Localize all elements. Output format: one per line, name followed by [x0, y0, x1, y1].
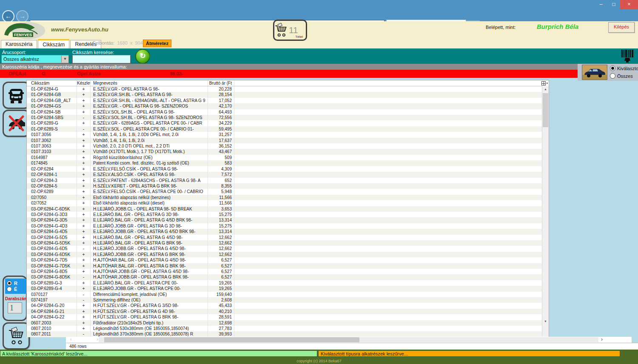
- table-row[interactable]: 01-OP.6289-S-E.SZÉLV.SOL - OPEL ASTRA CP…: [27, 126, 549, 132]
- cart-item-count: 11: [289, 26, 298, 34]
- table-row[interactable]: 02-OP.6284-1+E.SZÉLV.ALSÓ.CSÍK - OPEL AS…: [27, 172, 549, 177]
- table-row[interactable]: 0107.3056+Vízhűtő, 1.4i, 1.6i, 1.8i, 2.0…: [27, 132, 549, 137]
- table-cell: 40,210: [208, 309, 234, 314]
- table-row[interactable]: 03-OP.6284-G-3D3+E.LEJÁRÓ.BAL.GR - OPEL …: [27, 212, 549, 217]
- cart-unit-label: Tétel: [295, 35, 303, 39]
- table-row[interactable]: 01-OP.6284-GB_ALT+E.SZÉLV.GR.SH.BL - 628…: [27, 98, 549, 103]
- add-to-cart-button[interactable]: [3, 322, 30, 350]
- table-row[interactable]: 01-OP.6284-GS+E.SZÉLV.GR. - OPEL ASTRA G…: [27, 103, 549, 109]
- table-row[interactable]: 02/7052+Első lökhárító alapozás nélkül (…: [27, 200, 549, 206]
- table-row[interactable]: 03-OP.6284-G-7D5K+H.AJTÓHAR.BAL.GR - OPE…: [27, 263, 549, 269]
- horizontal-scrollbar[interactable]: [99, 337, 598, 342]
- table-row[interactable]: 03-OP.6284-G-7D5+H.AJTÓHAR.BAL.GR - OPEL…: [27, 257, 549, 263]
- header-brutto-ar[interactable]: Bruttó ár (Ft: [208, 80, 234, 86]
- minimize-button[interactable]: –: [595, 0, 607, 9]
- radio-selected-type[interactable]: [610, 65, 615, 71]
- table-cell: +: [77, 212, 91, 217]
- table-row[interactable]: 02-OP.6284+E.SZÉLV.FELSŐ.CSÍK - OPEL AST…: [27, 166, 549, 172]
- table-row[interactable]: 03-OP.6289-G-4+E.LEJÁRÓ.JOBB.GR - OPEL A…: [27, 286, 549, 291]
- vertical-scrollbar[interactable]: ▲ ▼: [542, 86, 549, 336]
- table-row[interactable]: 0807.2011-Légkondihűtő 370x380mm (OE 185…: [27, 331, 549, 337]
- product-group-select[interactable]: Összes alkatrész ▼: [1, 55, 69, 63]
- table-row[interactable]: 01-OP.6284-GB+E.SZÉLV.GR.SH.BL - OPEL AS…: [27, 92, 549, 97]
- table-cell: Patent Kombi csom. fed. díszléc. 01-ig s…: [91, 160, 208, 166]
- table-row[interactable]: 0164987+Rögzítő küszöbborításhoz (OE)509: [27, 155, 549, 160]
- table-row[interactable]: 03-OP.6284-G-8D5+H.AJTÓHAR.JOBB.GR - OPE…: [27, 269, 549, 274]
- table-row[interactable]: 03-OP.6284-G-6D5K+H.LEJÁRÓ.JOBB.GR - OPE…: [27, 252, 549, 257]
- table-row[interactable]: 03-OP.6284-G-4D5+E.LEJÁRÓ.JOBB.GR - OPEL…: [27, 229, 549, 234]
- table-row[interactable]: 02/7050+Első lökhárító alapozás nélkül (…: [27, 195, 549, 200]
- table-cell: +: [77, 309, 91, 314]
- table-row[interactable]: 02-OP.6289+E.SZÉLV.FELSŐ.CSÍK - OPEL AST…: [27, 189, 549, 194]
- page-tab-strip: Karosszéria Cikkszám Rendelés: [1, 40, 102, 48]
- header-keszlet[interactable]: Készlet: [77, 80, 91, 86]
- scroll-down-icon[interactable]: ▼: [542, 318, 549, 324]
- table-row[interactable]: 0607.2003+Fűtőradiátor (210x184x25 Delph…: [27, 320, 549, 326]
- vertical-scroll-thumb[interactable]: [543, 93, 548, 127]
- header-cikkszam[interactable]: Cikkszám: [27, 80, 77, 86]
- table-row[interactable]: 03-OP.6284-C-6D5K+H.LEJÁRÓ.JOBB.CL - OPE…: [27, 206, 549, 212]
- table-cell: E.SZÉLV.GR - OPEL ASTRA G 98-: [91, 86, 208, 92]
- forward-button[interactable]: →: [16, 10, 28, 23]
- table-row[interactable]: 03-OP.6289-G-3+E.LEJÁRÓ.BAL.GR - OPEL AS…: [27, 280, 549, 286]
- table-row[interactable]: 0374197-Szimmering diffihez (OE)2,608: [27, 297, 549, 303]
- logout-button[interactable]: Kilépés: [608, 22, 635, 33]
- table-cell: H.FŰT.SZÉLV.GR - OPEL ASTRA G BRK 98-: [91, 314, 208, 320]
- refresh-search-button[interactable]: ↻: [135, 49, 150, 64]
- radio-r[interactable]: [7, 281, 12, 286]
- table-row[interactable]: 0107.3103+Vízhűtő (X17DTL Motk.), 1.7 TD…: [27, 149, 549, 154]
- radio-e[interactable]: [7, 287, 12, 292]
- horizontal-scroll-thumb[interactable]: [104, 337, 359, 342]
- table-row[interactable]: 0370127-Differenciálmű komplett, jeladóv…: [27, 292, 549, 297]
- clear-body-filter-button[interactable]: [3, 110, 30, 137]
- table-row[interactable]: 0107.3062+Vízhűtő, 1.4i, 1.6i, 1.8i, 2.0…: [27, 138, 549, 143]
- table-cell: [234, 166, 549, 172]
- cart-summary-button[interactable]: 11 Tétel: [273, 20, 307, 41]
- table-row[interactable]: 0174845+Patent Kombi csom. fed. díszléc.…: [27, 160, 549, 166]
- table-cell: H.LEJÁRÓ.JOBB.GR - OPEL ASTRA G 4/5D 98-: [91, 246, 208, 251]
- page-prev-icon[interactable]: ‹: [70, 337, 72, 342]
- table-cell: 02/7052: [27, 200, 77, 206]
- resize-button[interactable]: Átméretez: [143, 40, 171, 47]
- table-cell: Első lökhárító alapozás nélkül (diesel): [91, 200, 208, 206]
- body-search-button[interactable]: [3, 82, 30, 109]
- table-row[interactable]: 01-OP.6289-G+E.SZÉLV.GR - 6289AGS - OPEL…: [27, 120, 549, 126]
- table-cell: 01-OP.6289-G: [27, 120, 77, 126]
- tab-karosszeria[interactable]: Karosszéria: [1, 40, 37, 48]
- column-picker-icon[interactable]: ▾: [541, 81, 548, 85]
- table-row[interactable]: 01-OP.6284-SB+E.SZÉLV.SOL.SH.BL - OPEL A…: [27, 109, 549, 115]
- select-dropdown-icon[interactable]: ▼: [61, 56, 68, 63]
- hscroll-right-icon[interactable]: ›: [601, 337, 603, 342]
- table-cell: Vízhűtő, 2.0, 2.0 DTi OPEL mot., 2.2 DTi: [91, 143, 208, 149]
- table-row[interactable]: 02-OP.6284-3+E.SZÉLV.PATENT - 6284ASCHS …: [27, 178, 549, 183]
- table-row[interactable]: 02-OP.6284-5+H.SZÉLV.KERET - OPEL ASTRA …: [27, 183, 549, 189]
- radio-all-types[interactable]: [610, 73, 615, 79]
- header-megnevezes[interactable]: Megnevezés: [91, 80, 208, 86]
- table-cell: E.LEJÁRÓ.JOBB.GR - OPEL ASTRA CPE 00-: [91, 286, 208, 291]
- page-next-icon[interactable]: ›: [97, 337, 98, 342]
- table-row[interactable]: 03-OP.6284-G-5D5K+H.LEJÁRÓ.BAL.GR - OPEL…: [27, 240, 549, 246]
- table-row[interactable]: 03-OP.6284-G-8D5K-H.AJTÓHAR.JOBB.GR - OP…: [27, 274, 549, 280]
- table-row[interactable]: 03-OP.6284-G-5D5+H.LEJÁRÓ.BAL.GR - OPEL …: [27, 235, 549, 240]
- barcode-scanner-icon[interactable]: [621, 49, 634, 65]
- table-row[interactable]: 04-OP.6284-G-22+H.FŰT.SZÉLV.GR - OPEL AS…: [27, 314, 549, 320]
- restore-button[interactable]: □: [607, 0, 620, 9]
- scroll-up-icon[interactable]: ▲: [542, 86, 549, 92]
- table-row[interactable]: 0807.2010+Légkondihűtő 530x380mm (OE 185…: [27, 326, 549, 331]
- table-row[interactable]: 01-OP.6284-SBS-E.SZÉLV.SOL.SH.BL - OPEL …: [27, 115, 549, 120]
- table-cell: E.SZÉLV.ALSÓ.CSÍK - OPEL ASTRA G 98-: [91, 172, 208, 177]
- part-number-search-input[interactable]: [72, 55, 131, 63]
- tab-cikkszam[interactable]: Cikkszám: [38, 39, 69, 49]
- table-row[interactable]: 0107.3063+Vízhűtő, 2.0, 2.0 DTi OPEL mot…: [27, 143, 549, 149]
- table-row[interactable]: 03-OP.6284-G-6D5-H.LEJÁRÓ.JOBB.GR - OPEL…: [27, 246, 549, 251]
- table-row[interactable]: 03-OP.6284-G-4D3+E.LEJÁRÓ.JOBB.GR - OPEL…: [27, 223, 549, 229]
- table-row[interactable]: 04-OP.6284-G-20+H.FŰT.SZÉLV.GR - OPEL AS…: [27, 303, 549, 308]
- back-button[interactable]: ←: [2, 10, 14, 23]
- quantity-input[interactable]: [8, 302, 22, 313]
- close-button[interactable]: ×: [620, 0, 638, 9]
- table-row[interactable]: 03-OP.6284-G-3D5+E.LEJÁRÓ.BAL.GR - OPEL …: [27, 217, 549, 223]
- table-cell: 0107.3103: [27, 149, 77, 154]
- table-row[interactable]: 04-OP.6284-G-21+H.FŰT.SZÉLV.GR - OPEL AS…: [27, 309, 549, 314]
- table-row[interactable]: 01-OP.6284-G+E.SZÉLV.GR - OPEL ASTRA G 9…: [27, 86, 549, 92]
- selected-body-code-bar[interactable]: OPEAst G Opel Astra 98.03-: [0, 70, 578, 78]
